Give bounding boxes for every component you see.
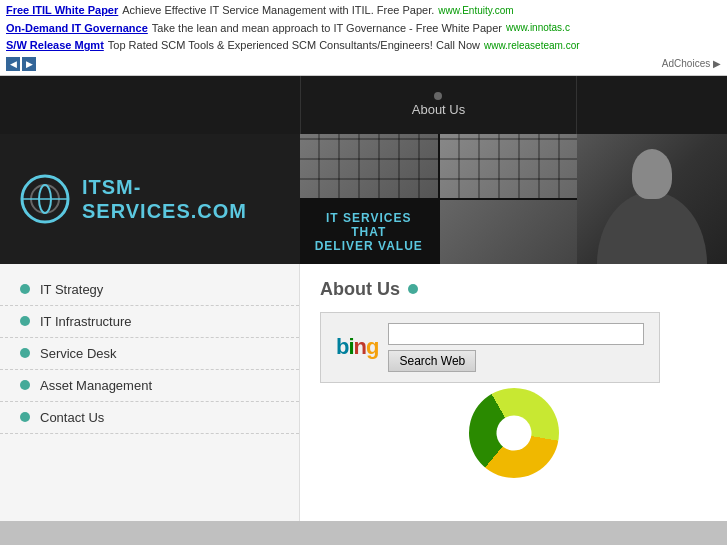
ad-row-1: Free ITIL White Paper Achieve Effective … xyxy=(6,2,721,20)
ad-url-3: www.releaseteam.cor xyxy=(484,38,580,54)
search-widget: bing Search Web xyxy=(320,312,660,383)
about-us-nav-label: About Us xyxy=(412,102,465,117)
sidebar-dot-2 xyxy=(20,316,30,326)
ad-choices-row: ◀ ▶ AdChoices ▶ xyxy=(6,55,721,73)
grid-cell-1 xyxy=(300,134,438,198)
pie-chart xyxy=(452,371,575,494)
sidebar-label-5: Contact Us xyxy=(40,410,104,425)
sidebar-item-it-infrastructure[interactable]: IT Infrastructure xyxy=(0,306,299,338)
logo-line1: ITSM- xyxy=(82,175,247,199)
search-input[interactable] xyxy=(388,323,644,345)
header-left xyxy=(0,76,300,134)
ad-url-1: www.Entuity.com xyxy=(438,3,513,19)
grid-cell-tagline: IT SERVICES THAT DELIVER VALUE xyxy=(300,200,438,264)
about-us-nav-link[interactable]: About Us xyxy=(412,92,465,117)
header-right xyxy=(577,76,727,134)
grid-cell-2 xyxy=(440,134,578,198)
sidebar-label-2: IT Infrastructure xyxy=(40,314,132,329)
ad-row-2: On-Demand IT Governance Take the lean an… xyxy=(6,20,721,38)
header-center: About Us xyxy=(300,76,577,134)
logo-text: ITSM- SERVICES.COM xyxy=(82,175,247,223)
nav-prev-arrow[interactable]: ◀ xyxy=(6,57,20,71)
grid-cell-4 xyxy=(440,200,578,264)
sidebar-dot-5 xyxy=(20,412,30,422)
ad-text-2: Take the lean and mean approach to IT Go… xyxy=(152,20,502,38)
sidebar: IT Strategy IT Infrastructure Service De… xyxy=(0,264,300,521)
sidebar-dot-3 xyxy=(20,348,30,358)
site-header: About Us xyxy=(0,76,727,134)
search-right: Search Web xyxy=(388,323,644,372)
search-button[interactable]: Search Web xyxy=(388,350,476,372)
main-content: IT Strategy IT Infrastructure Service De… xyxy=(0,264,727,521)
sidebar-item-service-desk[interactable]: Service Desk xyxy=(0,338,299,370)
content-area: About Us bing Search Web xyxy=(300,264,727,521)
page-title: About Us xyxy=(320,279,400,300)
ad-banner: Free ITIL White Paper Achieve Effective … xyxy=(0,0,727,76)
logo-section: ITSM- SERVICES.COM IT SERVICES THAT DELI… xyxy=(0,134,727,264)
pie-chart-center xyxy=(490,409,538,457)
logo-area: ITSM- SERVICES.COM xyxy=(0,134,300,264)
sidebar-label-4: Asset Management xyxy=(40,378,152,393)
ad-link-1[interactable]: Free ITIL White Paper xyxy=(6,2,118,20)
image-grid: IT SERVICES THAT DELIVER VALUE xyxy=(300,134,577,264)
ad-text-1: Achieve Effective IT Service Management … xyxy=(122,2,434,20)
logo-icon xyxy=(20,174,70,224)
sidebar-item-contact-us[interactable]: Contact Us xyxy=(0,402,299,434)
tagline-text: IT SERVICES THAT DELIVER VALUE xyxy=(308,211,430,253)
ad-link-2[interactable]: On-Demand IT Governance xyxy=(6,20,148,38)
nav-next-arrow[interactable]: ▶ xyxy=(22,57,36,71)
sidebar-item-asset-management[interactable]: Asset Management xyxy=(0,370,299,402)
ad-link-3[interactable]: S/W Release Mgmt xyxy=(6,37,104,55)
ad-row-3: S/W Release Mgmt Top Rated SCM Tools & E… xyxy=(6,37,721,55)
ad-url-2: www.innotas.c xyxy=(506,20,570,36)
sidebar-item-it-strategy[interactable]: IT Strategy xyxy=(0,274,299,306)
chart-area xyxy=(320,398,707,478)
nav-arrows: ◀ ▶ xyxy=(6,57,36,71)
sidebar-dot-1 xyxy=(20,284,30,294)
page-title-row: About Us xyxy=(320,279,707,300)
sidebar-dot-4 xyxy=(20,380,30,390)
logo-line2: SERVICES.COM xyxy=(82,199,247,223)
bing-logo: bing xyxy=(336,334,378,360)
title-dot xyxy=(408,284,418,294)
adchoices-label: AdChoices ▶ xyxy=(662,56,721,72)
sidebar-label-1: IT Strategy xyxy=(40,282,103,297)
person-head xyxy=(632,149,672,199)
person-image xyxy=(577,134,727,264)
ad-text-3: Top Rated SCM Tools & Experienced SCM Co… xyxy=(108,37,480,55)
sidebar-label-3: Service Desk xyxy=(40,346,117,361)
about-us-nav-dot xyxy=(434,92,442,100)
